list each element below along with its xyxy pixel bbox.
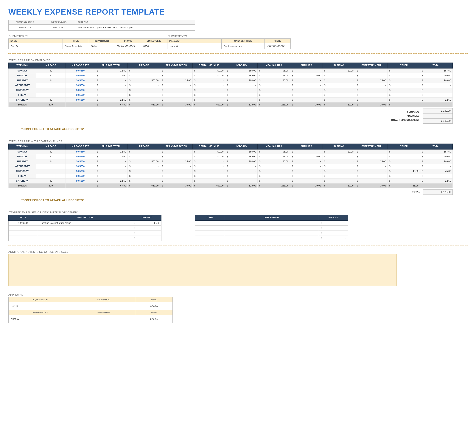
amount-cell[interactable]: $- [258,169,290,174]
mileage-cell[interactable] [36,83,66,88]
amount-cell[interactable]: $- [95,78,128,83]
amount-cell[interactable]: $- [95,159,128,164]
amount-cell[interactable]: $- [290,169,323,174]
amount-cell[interactable]: $- [225,83,258,88]
amount-cell[interactable]: $- [95,174,128,178]
date-cell[interactable] [9,226,38,231]
amount-cell[interactable]: $- [387,178,420,183]
amount-cell[interactable]: $300.00 [193,154,225,159]
amount-cell[interactable]: $- [420,93,453,97]
name-input[interactable]: Bert D. [9,43,63,49]
amount-cell[interactable]: $- [128,149,160,154]
amount-cell[interactable]: $- [355,88,387,93]
amount-cell[interactable]: $- [387,149,420,154]
amount-cell[interactable]: $- [128,93,160,97]
amount-cell[interactable]: $- [160,169,193,174]
amount-cell[interactable]: $580.60 [420,154,453,159]
amount-cell[interactable]: $- [290,78,323,83]
amount-cell[interactable]: $- [319,231,348,236]
amount-cell[interactable]: $300.00 [193,149,225,154]
amount-cell[interactable]: $- [225,174,258,178]
mtitle-input[interactable]: Senior Associate [221,43,265,49]
amount-cell[interactable]: $- [225,93,258,97]
amount-cell[interactable]: $- [160,68,193,73]
mileage-cell[interactable]: 40 [36,97,66,102]
amount-cell[interactable]: $- [319,236,348,241]
date-cell[interactable] [195,221,224,226]
amount-cell[interactable]: $- [420,164,453,169]
amount-cell[interactable]: $200.00 [225,159,258,164]
amount-cell[interactable]: $- [160,88,193,93]
amount-cell[interactable]: $- [290,149,323,154]
amount-cell[interactable]: $- [132,236,161,241]
amount-cell[interactable]: $- [128,169,160,174]
amount-cell[interactable]: $150.00 [225,149,258,154]
amount-cell[interactable]: $- [387,68,420,73]
amount-cell[interactable]: $- [128,97,160,102]
mileage-cell[interactable]: 40 [36,154,66,159]
phone-input[interactable]: XXX-XXX-XXXX [115,43,141,49]
desc-cell[interactable] [38,231,132,236]
amount-cell[interactable]: $- [128,154,160,159]
amount-cell[interactable]: $200.00 [225,78,258,83]
emp-input[interactable]: 8954 [141,43,167,49]
amount-cell[interactable]: $22.60 [95,154,128,159]
amount-cell[interactable]: $- [258,83,290,88]
amount-cell[interactable]: $- [323,154,355,159]
amount-cell[interactable]: $- [420,83,453,88]
amount-cell[interactable]: $150.00 [225,68,258,73]
amount-cell[interactable]: $22.60 [420,178,453,183]
amount-cell[interactable]: $- [160,164,193,169]
amount-cell[interactable]: $- [193,97,225,102]
amount-cell[interactable]: $- [323,78,355,83]
amount-cell[interactable]: $- [258,97,290,102]
amount-cell[interactable]: $- [193,93,225,97]
mphone-input[interactable]: XXX-XXX-XXXX [265,43,291,49]
amount-cell[interactable]: $22.60 [95,73,128,78]
requested-date[interactable]: xx/xx/xx [135,302,173,310]
requested-name[interactable]: Bert D. [9,302,72,310]
amount-cell[interactable]: $- [193,83,225,88]
amount-cell[interactable]: $- [95,83,128,88]
amount-cell[interactable]: $- [258,178,290,183]
amount-cell[interactable]: $22.60 [95,97,128,102]
week-end-input[interactable]: MM/DD/YY [42,25,76,31]
amount-cell[interactable]: $- [387,159,420,164]
amount-cell[interactable]: $- [355,178,387,183]
amount-cell[interactable]: $- [387,83,420,88]
amount-cell[interactable]: $- [258,88,290,93]
mileage-cell[interactable] [36,93,66,97]
amount-cell[interactable]: $- [323,169,355,174]
amount-cell[interactable]: $- [387,88,420,93]
amount-cell[interactable]: $- [355,164,387,169]
amount-cell[interactable]: $- [290,68,323,73]
amount-cell[interactable]: $165.00 [225,154,258,159]
mileage-cell[interactable]: 40 [36,178,66,183]
desc-cell[interactable] [224,226,319,231]
manager-input[interactable]: Nora W. [167,43,221,49]
amount-cell[interactable]: $- [225,164,258,169]
amount-cell[interactable]: $- [290,159,323,164]
amount-cell[interactable]: $- [160,149,193,154]
amount-cell[interactable]: $- [323,174,355,178]
amount-cell[interactable]: $- [160,154,193,159]
amount-cell[interactable]: $- [323,97,355,102]
amount-cell[interactable]: $- [193,78,225,83]
amount-cell[interactable]: $120.00 [258,159,290,164]
title-input[interactable]: Sales Associate [63,43,89,49]
amount-cell[interactable]: $- [420,88,453,93]
date-cell[interactable] [9,231,38,236]
amount-cell[interactable]: $- [355,174,387,178]
amount-cell[interactable]: $- [355,154,387,159]
amount-cell[interactable]: $- [319,221,348,226]
amount-cell[interactable]: $- [128,174,160,178]
amount-cell[interactable]: $- [323,88,355,93]
amount-cell[interactable]: $73.00 [258,73,290,78]
amount-cell[interactable]: $45.00 [387,169,420,174]
amount-cell[interactable]: $- [355,93,387,97]
date-cell[interactable] [195,226,224,231]
desc-cell[interactable] [224,221,319,226]
week-start-input[interactable]: MM/DD/YY [9,25,42,31]
amount-cell[interactable]: $- [387,93,420,97]
amount-cell[interactable]: $580.60 [420,73,453,78]
